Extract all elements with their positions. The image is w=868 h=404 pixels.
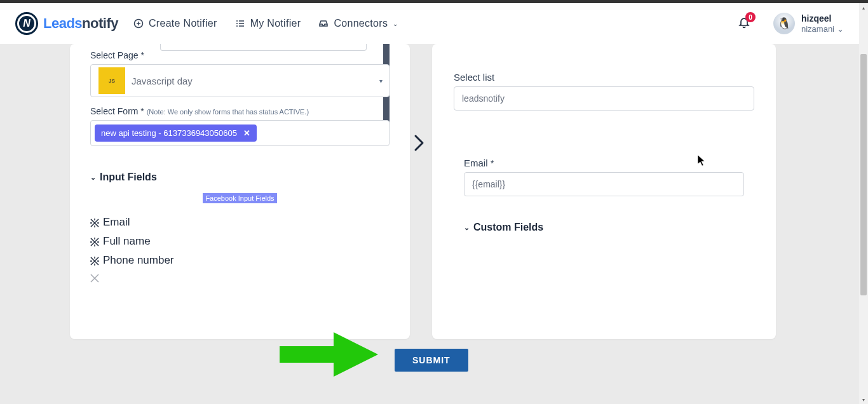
select-form-label: Select Form * (Note: We only show forms …	[90, 106, 390, 116]
select-form-dropdown[interactable]: new api testing - 6137336943050605 ✕	[90, 120, 390, 146]
scroll-up-icon[interactable]: ▴	[859, 3, 868, 12]
nav-label: Create Notifier	[149, 18, 217, 29]
notification-badge: 0	[745, 12, 756, 22]
field-label: Phone number	[103, 254, 174, 267]
form-chip: new api testing - 6137336943050605 ✕	[95, 125, 257, 142]
input-field-item[interactable]	[90, 273, 390, 282]
input-field-item[interactable]: Email	[90, 216, 390, 229]
user-menu[interactable]: 🐧 hizqeel nizamani ⌄	[773, 13, 844, 34]
input-field-item[interactable]: Phone number	[90, 254, 390, 267]
page-scrollbar[interactable]: ▴ ▾	[859, 3, 868, 404]
notifications-button[interactable]: 0	[738, 16, 750, 31]
chevron-down-icon: ⌄	[837, 24, 844, 34]
user-subtext: nizamani ⌄	[801, 24, 844, 34]
move-icon	[90, 256, 99, 265]
scroll-down-icon[interactable]: ▾	[859, 395, 868, 404]
chevron-down-icon: ⌄	[90, 173, 96, 182]
attention-arrow-icon	[280, 332, 378, 377]
chip-remove-icon[interactable]: ✕	[243, 128, 250, 138]
inbox-icon	[318, 18, 329, 29]
chevron-down-icon: ⌄	[393, 20, 398, 27]
svg-marker-29	[280, 332, 378, 377]
chevron-down-icon: ⌄	[464, 224, 470, 232]
nav-label: Connectors	[334, 18, 388, 29]
app-header: N Leadsnotify Create Notifier My Notifie…	[0, 3, 859, 44]
select-page-value: Javascript day	[132, 76, 193, 86]
nav-create-notifier[interactable]: Create Notifier	[133, 18, 217, 29]
field-label: Email	[103, 216, 130, 229]
user-name: hizqeel	[801, 13, 844, 24]
email-field-label: Email *	[464, 158, 744, 168]
move-icon	[90, 237, 99, 246]
nav-connectors[interactable]: Connectors ⌄	[318, 18, 398, 29]
select-box-partial[interactable]	[160, 44, 367, 51]
source-panel: Select Page * JS Javascript day ▾ Select…	[70, 44, 410, 339]
move-icon	[90, 218, 99, 227]
nav-my-notifier[interactable]: My Notifier	[235, 18, 301, 29]
input-fields-toggle[interactable]: ⌄ Input Fields	[90, 172, 390, 183]
chevron-right-icon	[413, 133, 426, 157]
destination-panel: Select list leadsnotify Email * {{email}…	[432, 44, 776, 339]
submit-button[interactable]: SUBMIT	[395, 349, 468, 372]
form-chip-label: new api testing - 6137336943050605	[101, 128, 237, 138]
brand-logo[interactable]: N Leadsnotify	[15, 12, 118, 35]
input-field-item[interactable]: Full name	[90, 235, 390, 248]
caret-down-icon: ▾	[379, 77, 383, 84]
section-title: Custom Fields	[473, 222, 543, 233]
select-page-label: Select Page *	[90, 50, 390, 60]
scrollbar-thumb[interactable]	[860, 54, 867, 295]
avatar: 🐧	[773, 13, 795, 34]
fields-badge: Facebook Input Fields	[203, 193, 276, 203]
select-list-input[interactable]: leadsnotify	[454, 86, 754, 111]
select-list-label: Select list	[454, 72, 754, 83]
field-label: Full name	[103, 235, 151, 248]
logo-text: Leadsnotify	[43, 15, 118, 32]
main-nav: Create Notifier My Notifier Connectors ⌄	[133, 18, 398, 29]
nav-label: My Notifier	[250, 18, 301, 29]
section-title: Input Fields	[100, 172, 157, 183]
email-input[interactable]: {{email}}	[464, 172, 744, 196]
select-page-dropdown[interactable]: JS Javascript day ▾	[90, 64, 390, 97]
custom-fields-toggle[interactable]: ⌄ Custom Fields	[464, 222, 744, 233]
page-thumbnail: JS	[98, 67, 125, 94]
list-icon	[235, 18, 245, 29]
plus-circle-icon	[133, 18, 144, 29]
logo-mark: N	[15, 12, 38, 35]
move-icon	[90, 273, 99, 282]
